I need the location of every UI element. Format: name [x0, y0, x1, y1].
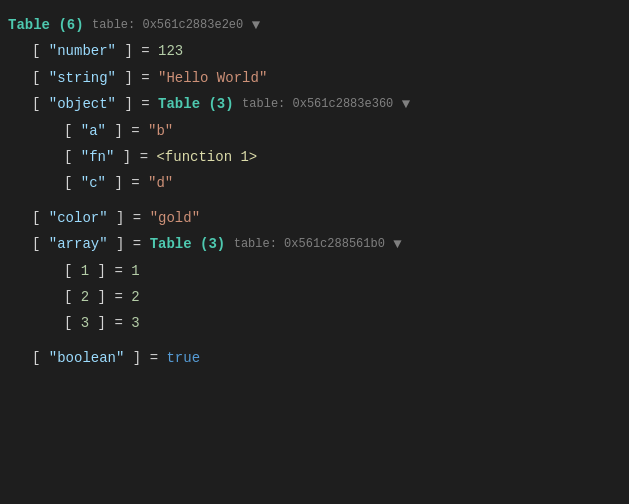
close-bracket-arr1: ]: [89, 260, 106, 282]
key-a: "a": [81, 120, 106, 142]
open-bracket-arr2: [: [64, 286, 81, 308]
open-bracket-object: [: [32, 93, 49, 115]
open-bracket-color: [: [32, 207, 49, 229]
equals-array: =: [124, 233, 149, 255]
open-bracket-fn: [: [64, 146, 81, 168]
equals-number: =: [133, 40, 158, 62]
equals-color: =: [124, 207, 149, 229]
open-bracket-bool: [: [32, 347, 49, 369]
close-bracket-arr2: ]: [89, 286, 106, 308]
val-a: "b": [148, 120, 173, 142]
close-bracket-c: ]: [106, 172, 123, 194]
key-fn: "fn": [81, 146, 115, 168]
open-bracket-a: [: [64, 120, 81, 142]
entry-color: [ "color" ] = "gold": [0, 205, 629, 231]
open-bracket-array: [: [32, 233, 49, 255]
key-c: "c": [81, 172, 106, 194]
close-bracket-a: ]: [106, 120, 123, 142]
val-arr3: 3: [131, 312, 139, 334]
key-array: "array": [49, 233, 108, 255]
key-boolean: "boolean": [49, 347, 125, 369]
key-string: "string": [49, 67, 116, 89]
entry-object: [ "object" ] = Table (3) table: 0x561c28…: [0, 91, 629, 117]
open-bracket-c: [: [64, 172, 81, 194]
open-bracket-arr3: [: [64, 312, 81, 334]
open-bracket-string: [: [32, 67, 49, 89]
val-c: "d": [148, 172, 173, 194]
val-string: "Hello World": [158, 67, 267, 89]
equals-boolean: =: [141, 347, 166, 369]
equals-arr1: =: [106, 260, 131, 282]
key-object: "object": [49, 93, 116, 115]
entry-array-3: [ 3 ] = 3: [0, 310, 629, 336]
array-table-meta-space: [225, 233, 233, 255]
object-table-meta-space: [234, 93, 242, 115]
array-table-keyword: Table (3): [150, 233, 226, 255]
close-bracket-bool: ]: [124, 347, 141, 369]
close-bracket-arr3: ]: [89, 312, 106, 334]
key-arr3: 3: [81, 312, 89, 334]
val-arr1: 1: [131, 260, 139, 282]
open-bracket-arr1: [: [64, 260, 81, 282]
equals-string: =: [133, 67, 158, 89]
equals-arr2: =: [106, 286, 131, 308]
entry-array: [ "array" ] = Table (3) table: 0x561c288…: [0, 231, 629, 257]
key-color: "color": [49, 207, 108, 229]
entry-boolean: [ "boolean" ] = true: [0, 345, 629, 371]
entry-object-c: [ "c" ] = "d": [0, 170, 629, 196]
equals-c: =: [123, 172, 148, 194]
code-view: Table (6) table: 0x561c2883e2e0 ▼ [ "num…: [0, 8, 629, 375]
entry-number: [ "number" ] = 123: [0, 38, 629, 64]
close-bracket-array: ]: [108, 233, 125, 255]
equals-a: =: [123, 120, 148, 142]
entry-string: [ "string" ] = "Hello World": [0, 65, 629, 91]
array-table-meta: table: 0x561c288561b0: [234, 235, 385, 254]
table-keyword: Table (6): [8, 14, 84, 36]
equals-fn: =: [131, 146, 156, 168]
key-arr2: 2: [81, 286, 89, 308]
equals-object: =: [133, 93, 158, 115]
close-bracket-object: ]: [116, 93, 133, 115]
close-bracket-color: ]: [108, 207, 125, 229]
val-fn: <function 1>: [156, 146, 257, 168]
close-bracket-fn: ]: [114, 146, 131, 168]
val-number: 123: [158, 40, 183, 62]
key-number: "number": [49, 40, 116, 62]
table-header-line: Table (6) table: 0x561c2883e2e0 ▼: [0, 12, 629, 38]
open-bracket-number: [: [32, 40, 49, 62]
key-arr1: 1: [81, 260, 89, 282]
entry-array-2: [ 2 ] = 2: [0, 284, 629, 310]
object-table-keyword: Table (3): [158, 93, 234, 115]
table-meta-main: table: 0x561c2883e2e0: [92, 16, 243, 35]
equals-arr3: =: [106, 312, 131, 334]
triangle-main[interactable]: ▼: [243, 14, 260, 36]
entry-object-a: [ "a" ] = "b": [0, 118, 629, 144]
triangle-array[interactable]: ▼: [385, 233, 402, 255]
table-meta-space: [84, 14, 92, 36]
triangle-object[interactable]: ▼: [393, 93, 410, 115]
val-boolean: true: [166, 347, 200, 369]
val-color: "gold": [150, 207, 200, 229]
entry-array-1: [ 1 ] = 1: [0, 258, 629, 284]
spacer-2: [0, 337, 629, 345]
entry-object-fn: [ "fn" ] = <function 1>: [0, 144, 629, 170]
object-table-meta: table: 0x561c2883e360: [242, 95, 393, 114]
close-bracket-string: ]: [116, 67, 133, 89]
val-arr2: 2: [131, 286, 139, 308]
close-bracket-number: ]: [116, 40, 133, 62]
spacer-1: [0, 197, 629, 205]
